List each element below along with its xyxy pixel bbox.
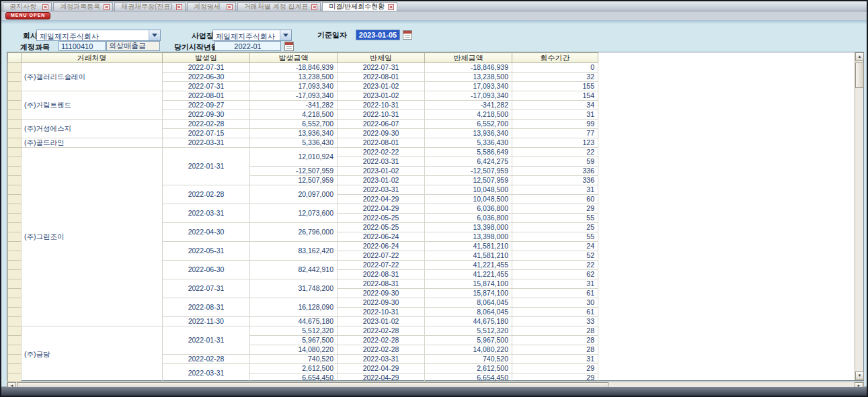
cell-settle-date[interactable]: 2022-08-31 xyxy=(338,279,425,289)
cell-customer[interactable]: (주)거림트렌드 xyxy=(22,91,163,120)
cell-occur-date[interactable]: 2022-01-31 xyxy=(163,326,250,355)
cell-collect-days[interactable]: 0 xyxy=(512,63,598,73)
cell-customer[interactable]: (주)골드라인 xyxy=(22,138,163,148)
cell-occur-date[interactable]: 2022-07-31 xyxy=(163,63,250,73)
cell-settle-date[interactable]: 2022-07-31 xyxy=(338,63,425,73)
row-selector[interactable] xyxy=(8,63,22,73)
row-selector[interactable] xyxy=(8,308,22,317)
cell-occur-amount[interactable]: -12,507,959 xyxy=(250,167,338,176)
row-selector[interactable] xyxy=(8,195,22,204)
start-month-input[interactable] xyxy=(214,41,281,51)
cell-occur-date[interactable]: 2022-08-31 xyxy=(163,298,250,317)
cell-settle-date[interactable]: 2022-04-29 xyxy=(338,204,425,214)
cell-customer[interactable]: (주)거성에스지 xyxy=(22,120,163,138)
calendar-icon[interactable] xyxy=(284,42,294,51)
cell-occur-amount[interactable]: 12,010,924 xyxy=(250,148,338,167)
cell-collect-days[interactable]: 52 xyxy=(512,251,598,261)
site-select[interactable]: 제일제지주식회사 xyxy=(212,30,292,41)
cell-occur-amount[interactable]: 12,507,959 xyxy=(250,176,338,185)
cell-collect-days[interactable]: 34 xyxy=(512,101,598,110)
tab-close-icon[interactable]: × xyxy=(311,4,317,10)
cell-occur-amount[interactable]: 4,218,500 xyxy=(250,110,338,120)
cell-occur-amount[interactable]: 16,128,090 xyxy=(250,298,338,317)
cell-settle-date[interactable]: 2022-10-31 xyxy=(338,101,425,110)
row-selector[interactable] xyxy=(8,129,22,138)
cell-occur-date[interactable]: 2022-09-30 xyxy=(163,110,250,120)
tab-close-icon[interactable]: × xyxy=(42,4,48,10)
cell-settle-amount[interactable]: 5,336,430 xyxy=(425,138,512,148)
row-selector[interactable] xyxy=(8,120,22,129)
cell-occur-amount[interactable]: 13,936,340 xyxy=(250,129,338,138)
cell-occur-date[interactable]: 2022-07-31 xyxy=(163,279,250,298)
cell-settle-amount[interactable]: 41,581,210 xyxy=(425,242,512,251)
cell-collect-days[interactable]: 31 xyxy=(512,110,598,120)
cell-occur-date[interactable]: 2022-03-31 xyxy=(163,138,250,148)
cell-settle-date[interactable]: 2022-06-24 xyxy=(338,242,425,251)
cell-occur-amount[interactable]: 5,967,500 xyxy=(250,336,338,345)
cell-occur-amount[interactable]: 6,552,700 xyxy=(250,120,338,129)
cell-collect-days[interactable]: 62 xyxy=(512,270,598,279)
cell-occur-amount[interactable]: 83,162,420 xyxy=(250,242,338,261)
row-selector[interactable] xyxy=(8,251,22,261)
cell-customer[interactable]: (주)그린조이 xyxy=(22,148,163,326)
cell-occur-date[interactable]: 2022-03-31 xyxy=(163,364,250,383)
cell-collect-days[interactable]: 55 xyxy=(512,214,598,223)
cell-collect-days[interactable]: 77 xyxy=(512,129,598,138)
cell-settle-date[interactable]: 2022-04-29 xyxy=(338,195,425,204)
scroll-down-icon[interactable]: ▼ xyxy=(855,371,864,380)
cell-settle-date[interactable]: 2022-07-22 xyxy=(338,261,425,270)
cell-occur-date[interactable]: 2022-01-31 xyxy=(163,148,250,185)
cell-customer[interactable]: (주)금담 xyxy=(22,326,163,383)
cell-collect-days[interactable]: 22 xyxy=(512,148,598,157)
account-name-field[interactable] xyxy=(106,41,160,51)
cell-settle-date[interactable]: 2023-01-02 xyxy=(338,91,425,101)
cell-occur-date[interactable]: 2022-11-30 xyxy=(163,317,250,326)
cell-settle-date[interactable]: 2022-08-31 xyxy=(338,270,425,279)
cell-collect-days[interactable]: 24 xyxy=(512,242,598,251)
cell-occur-date[interactable]: 2022-03-31 xyxy=(163,204,250,223)
cell-settle-date[interactable]: 2022-04-29 xyxy=(338,364,425,373)
row-selector[interactable] xyxy=(8,298,22,308)
cell-occur-date[interactable]: 2022-07-15 xyxy=(163,129,250,138)
row-selector[interactable] xyxy=(8,176,22,185)
tab-5[interactable]: 거래처별 계정 집계표× xyxy=(237,2,321,11)
tab-close-icon[interactable]: × xyxy=(227,4,233,10)
cell-occur-date[interactable]: 2022-02-28 xyxy=(163,120,250,129)
cell-collect-days[interactable]: 155 xyxy=(512,82,598,91)
cell-occur-date[interactable]: 2022-04-30 xyxy=(163,223,250,242)
cell-occur-amount[interactable]: 740,520 xyxy=(250,355,338,364)
row-selector[interactable] xyxy=(8,73,22,82)
cell-occur-amount[interactable]: 14,080,220 xyxy=(250,345,338,355)
cell-occur-date[interactable]: 2022-06-30 xyxy=(163,261,250,279)
cell-collect-days[interactable]: 22 xyxy=(512,261,598,270)
cell-settle-date[interactable]: 2022-02-22 xyxy=(338,148,425,157)
cell-settle-amount[interactable]: 10,048,500 xyxy=(425,185,512,195)
cell-settle-amount[interactable]: -341,282 xyxy=(425,101,512,110)
row-selector[interactable] xyxy=(8,345,22,355)
row-selector[interactable] xyxy=(8,148,22,157)
cell-collect-days[interactable]: 30 xyxy=(512,298,598,308)
cell-collect-days[interactable]: 31 xyxy=(512,355,598,364)
cell-settle-amount[interactable]: 6,036,800 xyxy=(425,214,512,223)
cell-occur-date[interactable]: 2022-05-31 xyxy=(163,242,250,261)
cell-occur-date[interactable]: 2022-07-31 xyxy=(163,82,250,91)
tab-4[interactable]: 계정명세× xyxy=(187,2,236,11)
cell-occur-amount[interactable]: 12,073,600 xyxy=(250,204,338,223)
row-selector[interactable] xyxy=(8,317,22,326)
scroll-up-icon[interactable]: ▲ xyxy=(855,52,864,61)
cell-settle-date[interactable]: 2022-02-28 xyxy=(338,336,425,345)
cell-collect-days[interactable]: 31 xyxy=(512,185,598,195)
row-selector[interactable] xyxy=(8,232,22,242)
cell-collect-days[interactable]: 61 xyxy=(512,289,598,298)
row-selector[interactable] xyxy=(8,157,22,167)
cell-collect-days[interactable]: 29 xyxy=(512,364,598,373)
row-selector[interactable] xyxy=(8,223,22,232)
row-selector[interactable] xyxy=(8,279,22,289)
cell-collect-days[interactable]: 123 xyxy=(512,138,598,148)
cell-settle-amount[interactable]: 14,080,220 xyxy=(425,345,512,355)
cell-settle-amount[interactable]: 15,874,100 xyxy=(425,289,512,298)
row-selector[interactable] xyxy=(8,289,22,298)
account-code-input[interactable] xyxy=(58,41,106,51)
company-select[interactable]: 제일제지주식회사 xyxy=(36,30,161,41)
row-selector[interactable] xyxy=(8,326,22,336)
